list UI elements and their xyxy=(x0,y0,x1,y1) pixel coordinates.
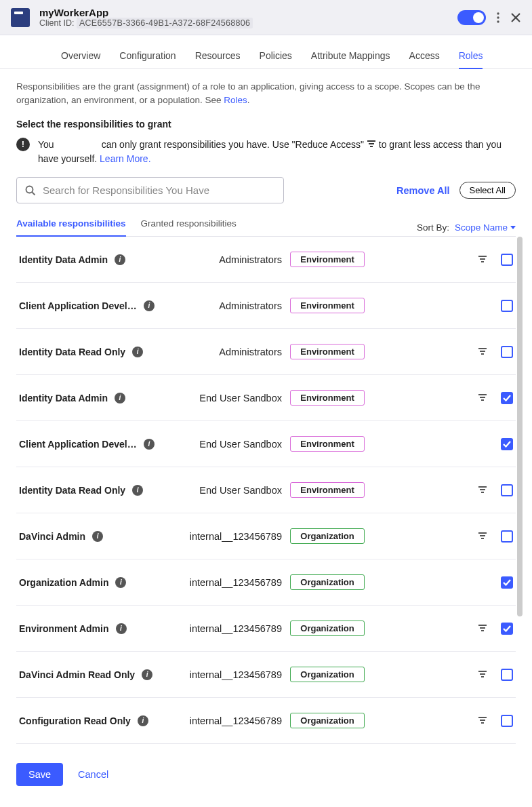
badge-cell: Organization xyxy=(290,667,378,682)
reduce-access-icon[interactable] xyxy=(478,484,489,496)
toolbar: Remove All Select All xyxy=(16,177,516,203)
tab-access[interactable]: Access xyxy=(409,50,440,68)
role-name: Organization Admin xyxy=(19,577,108,588)
role-info-icon[interactable]: i xyxy=(115,254,125,265)
more-menu-icon[interactable] xyxy=(497,12,499,23)
role-info-icon[interactable]: i xyxy=(92,531,103,542)
responsibility-row: Configuration Read Onlyiinternal__123456… xyxy=(16,698,516,744)
learn-more-link[interactable]: Learn More. xyxy=(100,153,150,164)
cancel-button[interactable]: Cancel xyxy=(78,769,108,780)
main-tabs: OverviewConfigurationResourcesPoliciesAt… xyxy=(0,35,532,69)
reduce-access-icon[interactable] xyxy=(478,346,489,358)
client-id-value: ACE6557B-3366-49B1-A372-68F24568806 xyxy=(77,18,253,28)
scope-cell: End User Sandbox xyxy=(155,393,290,404)
search-box[interactable] xyxy=(16,177,284,203)
sort-value-text: Scope Name xyxy=(455,222,508,233)
role-info-icon[interactable]: i xyxy=(132,485,143,496)
close-icon[interactable] xyxy=(510,12,521,23)
role-info-icon[interactable]: i xyxy=(144,300,155,311)
enabled-toggle[interactable] xyxy=(457,10,486,25)
scope-cell: internal__123456789 xyxy=(155,623,290,634)
tab-configuration[interactable]: Configuration xyxy=(119,50,176,68)
scope-cell: Administrators xyxy=(155,300,290,311)
scope-type-badge: Organization xyxy=(290,621,365,636)
role-name: DaVinci Admin xyxy=(19,531,85,542)
tab-roles[interactable]: Roles xyxy=(459,50,483,69)
grant-checkbox[interactable] xyxy=(501,576,513,589)
grant-checkbox[interactable] xyxy=(501,669,513,681)
scope-cell: internal__123456789 xyxy=(155,577,290,588)
responsibility-list: Identity Data AdminiAdministratorsEnviro… xyxy=(16,237,516,744)
tab-overview[interactable]: Overview xyxy=(61,50,100,68)
role-info-icon[interactable]: i xyxy=(115,577,126,588)
intro-text: Responsibilities are the grant (assignme… xyxy=(16,80,516,108)
grant-checkbox[interactable] xyxy=(501,623,513,635)
role-info-icon[interactable]: i xyxy=(116,623,127,634)
tab-resources[interactable]: Resources xyxy=(195,50,241,68)
app-icon xyxy=(11,8,30,27)
reduce-access-icon[interactable] xyxy=(478,392,489,404)
save-button[interactable]: Save xyxy=(16,763,63,786)
info-banner: ! You can only grant responsibilities yo… xyxy=(16,138,516,167)
reduce-access-icon[interactable] xyxy=(478,715,489,727)
responsibility-row: Identity Data Read OnlyiEnd User Sandbox… xyxy=(16,467,516,513)
role-name: Identity Data Admin xyxy=(19,254,108,265)
intro-roles-link[interactable]: Roles xyxy=(224,95,247,105)
grant-checkbox[interactable] xyxy=(501,715,513,727)
grant-checkbox[interactable] xyxy=(501,300,513,312)
reduce-access-icon[interactable] xyxy=(478,530,489,543)
grant-checkbox[interactable] xyxy=(501,530,513,543)
row-actions xyxy=(478,623,513,635)
reduce-access-icon[interactable] xyxy=(478,669,489,681)
client-id-row: Client ID: ACE6557B-3366-49B1-A372-68F24… xyxy=(39,18,457,28)
subtab-granted[interactable]: Granted responsibilities xyxy=(141,218,237,236)
role-cell: Identity Data Read Onlyi xyxy=(19,347,155,357)
grant-checkbox[interactable] xyxy=(501,254,513,266)
scope-type-badge: Organization xyxy=(290,713,365,728)
grant-checkbox[interactable] xyxy=(501,484,513,496)
role-info-icon[interactable]: i xyxy=(132,347,143,357)
role-name: DaVinci Admin Read Only xyxy=(19,669,135,680)
role-cell: Environment Admini xyxy=(19,623,155,634)
scope-type-badge: Environment xyxy=(290,298,365,313)
responsibility-row: Identity Data Read OnlyiAdministratorsEn… xyxy=(16,329,516,375)
chevron-down-icon xyxy=(510,226,516,229)
row-actions xyxy=(478,346,513,358)
role-info-icon[interactable]: i xyxy=(142,669,152,680)
sort-block: Sort By: Scope Name xyxy=(417,222,516,233)
role-cell: DaVinci Admin Read Onlyi xyxy=(19,669,155,680)
scrollbar[interactable] xyxy=(517,237,523,616)
tab-attribute-mappings[interactable]: Attribute Mappings xyxy=(311,50,390,68)
reduce-access-icon xyxy=(367,138,376,152)
role-name: Client Application Developer xyxy=(19,300,137,311)
role-cell: Identity Data Read Onlyi xyxy=(19,485,155,496)
grant-checkbox[interactable] xyxy=(501,392,513,404)
scope-cell: internal__123456789 xyxy=(155,669,290,680)
remove-all-link[interactable]: Remove All xyxy=(396,185,449,196)
row-actions xyxy=(478,300,513,312)
grant-checkbox[interactable] xyxy=(501,346,513,358)
reduce-access-icon[interactable] xyxy=(478,254,489,266)
role-info-icon[interactable]: i xyxy=(144,439,155,450)
role-cell: Client Application Developeri xyxy=(19,439,155,450)
search-input[interactable] xyxy=(43,184,275,196)
svg-point-0 xyxy=(497,12,499,14)
scope-type-badge: Organization xyxy=(290,574,365,590)
subtabs: Available responsibilities Granted respo… xyxy=(16,218,237,236)
tab-policies[interactable]: Policies xyxy=(260,50,292,68)
subtab-available[interactable]: Available responsibilities xyxy=(16,218,126,237)
row-actions xyxy=(478,392,513,404)
sort-label: Sort By: xyxy=(417,222,449,233)
role-info-icon[interactable]: i xyxy=(115,393,125,404)
reduce-access-icon[interactable] xyxy=(478,623,489,635)
scope-type-badge: Environment xyxy=(290,252,365,267)
scope-type-badge: Organization xyxy=(290,667,365,682)
scope-type-badge: Environment xyxy=(290,344,365,359)
responsibility-row: Client Application DeveloperiEnd User Sa… xyxy=(16,421,516,467)
row-actions xyxy=(478,438,513,450)
sort-dropdown[interactable]: Scope Name xyxy=(455,222,516,233)
select-all-button[interactable]: Select All xyxy=(459,182,516,199)
row-actions xyxy=(478,576,513,589)
role-info-icon[interactable]: i xyxy=(138,715,148,726)
grant-checkbox[interactable] xyxy=(501,438,513,450)
